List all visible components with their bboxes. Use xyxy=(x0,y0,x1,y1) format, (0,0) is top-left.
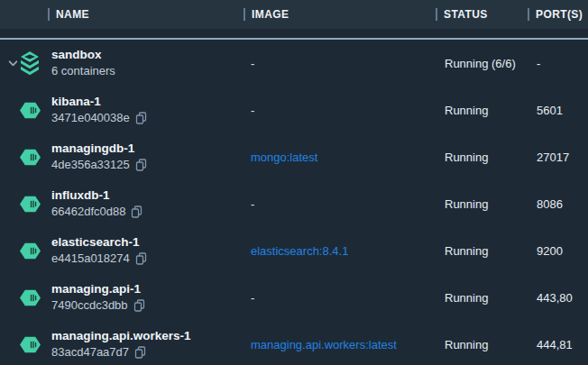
ports-value: 443,80 xyxy=(528,274,588,321)
status-value: Running xyxy=(436,180,528,227)
column-divider xyxy=(243,8,245,21)
ports-value: 27017 xyxy=(528,133,588,180)
name-cell: managingdb-1 4de356a33125 xyxy=(0,133,243,180)
image-value: - xyxy=(251,57,254,70)
name-cell: influxdb-1 66462dfc0d88 xyxy=(0,180,243,227)
row-title: kibana-1 xyxy=(51,94,147,110)
table-row-group[interactable]: sandbox 6 containers - Running (6/6) - xyxy=(0,40,588,87)
copy-icon[interactable] xyxy=(135,112,147,124)
container-cube-icon xyxy=(18,191,41,216)
row-title: managingdb-1 xyxy=(51,141,147,157)
status-value: Running xyxy=(436,321,528,365)
table-row-container[interactable]: influxdb-1 66462dfc0d88 - Running 8086 xyxy=(0,180,588,227)
image-value: - xyxy=(251,291,254,305)
row-subtitle: 3471e040038e xyxy=(51,110,130,126)
column-header-ports[interactable]: PORT(S) xyxy=(528,0,588,29)
ports-value: 444,81 xyxy=(528,321,588,365)
column-header-label: STATUS xyxy=(444,8,488,21)
table-row-container[interactable]: managing.api-1 7490ccdc3dbb - Running 44… xyxy=(0,274,588,321)
compose-stack-icon xyxy=(18,50,41,76)
row-subtitle: e4415a018274 xyxy=(51,251,130,267)
column-header-name[interactable]: NAME xyxy=(0,0,243,29)
status-value: Running xyxy=(436,274,528,321)
ports-value: - xyxy=(528,40,588,87)
container-cube-icon xyxy=(18,97,41,123)
row-subtitle: 83acd47aa7d7 xyxy=(51,344,129,360)
status-value: Running (6/6) xyxy=(436,40,528,87)
copy-icon[interactable] xyxy=(131,205,142,218)
image-value: - xyxy=(251,197,254,211)
column-divider xyxy=(48,8,50,21)
row-subtitle: 4de356a33125 xyxy=(51,157,130,173)
row-subtitle: 6 containers xyxy=(51,63,115,79)
row-subtitle: 7490ccdc3dbb xyxy=(51,297,128,314)
copy-icon[interactable] xyxy=(135,159,147,171)
container-cube-icon xyxy=(18,285,41,310)
table-row-container[interactable]: elasticsearch-1 e4415a018274 elasticsear… xyxy=(0,227,588,274)
table-header: NAME IMAGE STATUS PORT(S) xyxy=(0,0,588,29)
containers-table: NAME IMAGE STATUS PORT(S) xyxy=(0,0,588,365)
image-value: - xyxy=(251,104,254,117)
table-row-container[interactable]: managing.api.workers-1 83acd47aa7d7 mana… xyxy=(0,321,588,365)
image-value[interactable]: elasticsearch:8.4.1 xyxy=(251,244,348,258)
container-cube-icon xyxy=(18,332,41,357)
name-cell: managing.api-1 7490ccdc3dbb xyxy=(0,274,243,321)
column-divider xyxy=(528,8,529,21)
column-header-label: PORT(S) xyxy=(536,8,583,21)
column-header-label: NAME xyxy=(56,8,89,21)
ports-value: 5601 xyxy=(528,87,588,133)
row-subtitle: 66462dfc0d88 xyxy=(51,204,125,220)
name-cell: managing.api.workers-1 83acd47aa7d7 xyxy=(0,321,243,365)
column-header-label: IMAGE xyxy=(252,8,289,21)
status-value: Running xyxy=(436,133,528,180)
container-cube-icon xyxy=(18,144,41,169)
row-title: influxdb-1 xyxy=(51,187,142,204)
table-row-container[interactable]: managingdb-1 4de356a33125 mongo:latest R… xyxy=(0,133,588,180)
row-title: managing.api-1 xyxy=(51,281,145,297)
table-row-container[interactable]: kibana-1 3471e040038e - Running 5601 xyxy=(0,87,588,133)
copy-icon[interactable] xyxy=(134,346,146,359)
row-title: elasticsearch-1 xyxy=(51,234,147,251)
header-gap xyxy=(0,29,588,38)
column-divider xyxy=(436,8,437,21)
image-value[interactable]: mongo:latest xyxy=(251,151,317,164)
status-value: Running xyxy=(436,227,528,274)
copy-icon[interactable] xyxy=(135,252,147,265)
name-cell: kibana-1 3471e040038e xyxy=(0,87,243,133)
container-cube-icon xyxy=(18,238,41,263)
chevron-down-icon[interactable] xyxy=(7,58,18,68)
row-title: managing.api.workers-1 xyxy=(51,328,191,344)
copy-icon[interactable] xyxy=(133,299,145,312)
name-cell: sandbox 6 containers xyxy=(0,40,243,87)
ports-value: 8086 xyxy=(528,180,588,227)
table-body: sandbox 6 containers - Running (6/6) - xyxy=(0,40,588,365)
row-title: sandbox xyxy=(51,47,115,63)
name-cell: elasticsearch-1 e4415a018274 xyxy=(0,227,243,274)
column-header-image[interactable]: IMAGE xyxy=(243,0,436,29)
ports-value: 9200 xyxy=(528,227,588,274)
status-value: Running xyxy=(436,87,528,133)
column-header-status[interactable]: STATUS xyxy=(436,0,528,29)
image-value[interactable]: managing.api.workers:latest xyxy=(251,338,397,351)
